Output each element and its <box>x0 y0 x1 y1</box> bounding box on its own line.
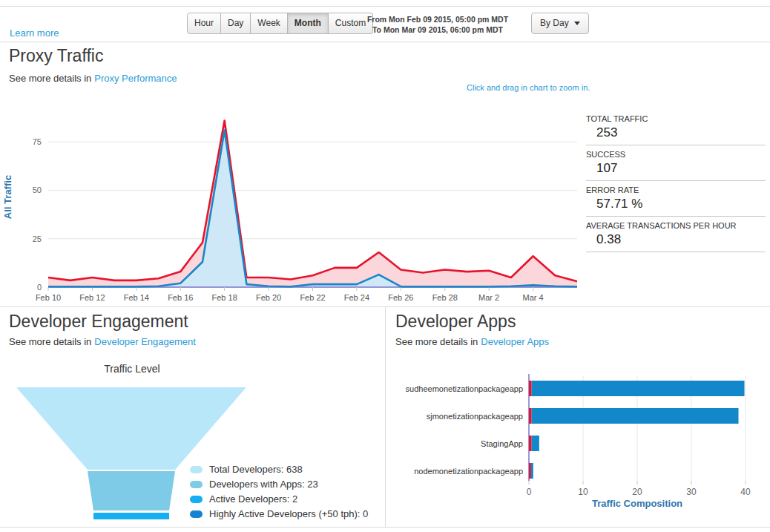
stat-value: 57.71 % <box>586 195 766 211</box>
red-series-line <box>48 120 577 281</box>
x-tick-label: 0 <box>527 487 532 497</box>
x-tick-label: 30 <box>686 487 697 497</box>
proxy-traffic-chart[interactable]: 0255075Feb 10Feb 12Feb 14Feb 16Feb 18Feb… <box>22 111 586 303</box>
group-by-label: By Day <box>540 18 569 28</box>
bar-segment-blue[interactable] <box>532 408 739 424</box>
developer-engagement-link[interactable]: Developer Engagement <box>94 336 196 347</box>
legend-swatch-icon <box>190 481 203 488</box>
bar-segment-red[interactable] <box>529 381 532 396</box>
developer-apps-link[interactable]: Developer Apps <box>481 336 549 347</box>
legend-item: Developers with Apps: 23 <box>190 479 368 490</box>
x-tick-label: Feb 10 <box>36 293 61 302</box>
learn-more-link[interactable]: Learn more <box>10 27 59 39</box>
proxy-traffic-subtitle: See more details inProxy Performance <box>9 73 177 84</box>
legend-item: Active Developers: 2 <box>190 494 368 505</box>
blue-series-area <box>48 131 577 288</box>
developer-engagement-subtitle: See more details inDeveloper Engagement <box>9 336 196 347</box>
x-tick-label: Feb 22 <box>300 293 325 302</box>
developer-apps-subtitle: See more details inDeveloper Apps <box>395 336 549 347</box>
chart-zoom-hint: Click and drag in chart to zoom in. <box>467 83 590 92</box>
developer-apps-title: Developer Apps <box>395 312 516 332</box>
red-series-area <box>48 120 577 287</box>
date-to: To Mon Mar 09 2015, 06:00 pm MDT <box>363 24 512 35</box>
stat-row: ERROR RATE57.71 % <box>586 181 766 217</box>
funnel-chart-title: Traffic Level <box>58 363 206 375</box>
funnel-stage-active-developers <box>93 513 169 519</box>
traffic-stats-panel: TOTAL TRAFFIC253SUCCESS107ERROR RATE57.7… <box>586 110 766 252</box>
legend-label: Highly Active Developers (+50 tph): 0 <box>209 509 368 519</box>
bar-segment-red[interactable] <box>529 408 532 424</box>
stat-row: SUCCESS107 <box>586 145 766 181</box>
legend-swatch-icon <box>190 510 203 518</box>
bar-category-label: sjmonetizationpackageapp <box>427 412 523 421</box>
header-divider <box>0 42 770 42</box>
stat-label: AVERAGE TRANSACTIONS PER HOUR <box>586 221 766 231</box>
x-axis-title: Traffic Composition <box>592 498 682 509</box>
bar-segment-blue[interactable] <box>531 463 533 479</box>
date-range: From Mon Feb 09 2015, 05:00 pm MDT To Mo… <box>363 14 512 35</box>
funnel-stage-total-developers <box>16 387 246 470</box>
date-from: From Mon Feb 09 2015, 05:00 pm MDT <box>363 14 512 24</box>
developer-apps-chart[interactable]: 010203040sudheemonetizationpackageappsjm… <box>397 370 768 510</box>
top-divider <box>0 6 770 7</box>
y-tick-label: 75 <box>33 137 42 146</box>
proxy-performance-link[interactable]: Proxy Performance <box>94 73 177 84</box>
y-axis-title: All Traffic <box>2 145 13 249</box>
time-button-day[interactable]: Day <box>221 13 251 34</box>
time-button-hour[interactable]: Hour <box>187 13 221 34</box>
x-tick-label: Feb 26 <box>388 293 413 302</box>
bar-category-label: sudheemonetizationpackageapp <box>406 384 523 393</box>
y-tick-label: 50 <box>33 185 42 194</box>
x-tick-label: Feb 12 <box>79 293 105 302</box>
stat-value: 253 <box>586 124 766 140</box>
stat-row: TOTAL TRAFFIC253 <box>586 110 766 145</box>
x-tick-label: Feb 20 <box>256 293 281 302</box>
stat-value: 0.38 <box>586 231 766 247</box>
legend-label: Developers with Apps: 23 <box>209 479 318 490</box>
x-tick-label: Feb 24 <box>344 293 369 302</box>
x-tick-label: Mar 4 <box>523 293 544 302</box>
dashboard-page: Learn more Hour Day Week Month Custom Fr… <box>0 0 770 532</box>
x-tick-label: Feb 18 <box>212 293 237 302</box>
funnel-stage-developers-with-apps <box>88 471 175 510</box>
legend-swatch-icon <box>190 466 203 473</box>
proxy-traffic-title: Proxy Traffic <box>9 46 103 66</box>
bar-category-label: nodemonetizationpackageapp <box>414 467 523 476</box>
x-tick-label: 20 <box>632 487 642 497</box>
x-tick-label: Mar 2 <box>478 293 499 302</box>
legend-label: Active Developers: 2 <box>209 494 297 505</box>
chevron-down-icon <box>574 22 580 25</box>
subtitle-text: See more details in <box>395 336 478 347</box>
x-tick-label: Feb 16 <box>168 293 193 302</box>
funnel-legend: Total Developers: 638Developers with App… <box>190 464 368 524</box>
legend-label: Total Developers: 638 <box>209 464 303 475</box>
stat-label: ERROR RATE <box>586 185 766 195</box>
bar-segment-blue[interactable] <box>532 381 745 396</box>
developer-engagement-title: Developer Engagement <box>9 312 188 332</box>
stat-label: TOTAL TRAFFIC <box>586 114 766 124</box>
bar-segment-blue[interactable] <box>532 436 539 451</box>
x-tick-label: 40 <box>740 487 751 497</box>
time-range-button-group: Hour Day Week Month Custom <box>187 13 373 34</box>
bar-segment-red[interactable] <box>529 436 532 451</box>
stat-value: 107 <box>586 160 766 176</box>
y-tick-label: 25 <box>33 234 42 243</box>
legend-item: Highly Active Developers (+50 tph): 0 <box>190 509 368 519</box>
bar-segment-red[interactable] <box>529 463 531 479</box>
group-by-dropdown[interactable]: By Day <box>531 13 589 34</box>
time-button-month[interactable]: Month <box>288 13 329 34</box>
bottom-divider <box>0 527 770 528</box>
time-button-week[interactable]: Week <box>251 13 287 34</box>
subtitle-text: See more details in <box>9 336 91 347</box>
legend-item: Total Developers: 638 <box>190 464 368 475</box>
bar-category-label: StagingApp <box>481 439 523 448</box>
stat-label: SUCCESS <box>586 150 766 160</box>
blue-series-line <box>48 131 577 287</box>
y-tick-label: 0 <box>37 283 42 292</box>
stat-row: AVERAGE TRANSACTIONS PER HOUR0.38 <box>586 217 766 252</box>
x-tick-label: Feb 28 <box>432 293 458 302</box>
legend-swatch-icon <box>190 496 203 503</box>
x-tick-label: 10 <box>578 487 588 497</box>
x-tick-label: Feb 14 <box>124 293 149 302</box>
subtitle-text: See more details in <box>9 73 91 84</box>
